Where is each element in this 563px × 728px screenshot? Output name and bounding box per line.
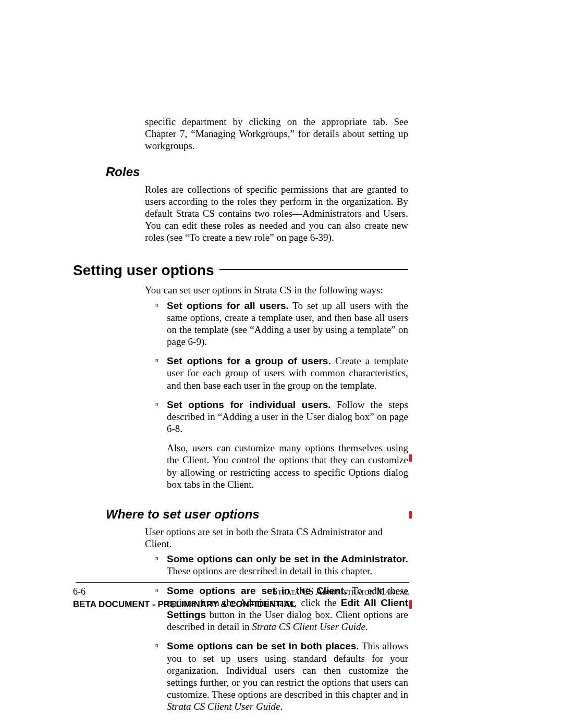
change-bar — [409, 454, 412, 462]
heading-label: Setting user options — [73, 262, 219, 279]
bullet-bold: Set options for all users. — [167, 300, 289, 311]
list-item: Set options for individual users. Follow… — [145, 399, 408, 435]
content-area: specific department by clicking on the a… — [70, 116, 408, 720]
heading-where-to-set: Where to set user options — [106, 507, 408, 522]
footer-rule — [76, 582, 409, 583]
continuation-paragraph: specific department by clicking on the a… — [145, 116, 408, 152]
list-item: Set options for all users. To set up all… — [145, 300, 408, 348]
list-item: Some options can be set in both places. … — [145, 640, 408, 712]
confidential-label: BETA DOCUMENT - PRELIMINARY & CONFIDENTI… — [73, 599, 409, 610]
page-number: 6-6 — [73, 586, 85, 597]
bullet-text: These options are described in detail in… — [167, 565, 372, 576]
document-page: specific department by clicking on the a… — [70, 0, 493, 728]
bullet-bold: Some options can be set in both places. — [167, 640, 359, 651]
change-bar — [409, 600, 412, 609]
bullet-text: . — [365, 621, 368, 632]
bullet-bold: Set options for individual users. — [167, 399, 331, 410]
bullet-bold: Some options can only be set in the Admi… — [167, 553, 408, 564]
heading-roles: Roles — [106, 165, 408, 179]
change-bar — [409, 511, 412, 519]
bullet-text: . — [280, 701, 283, 712]
bullet-italic: Strata CS Client User Guide — [167, 701, 280, 712]
roles-body: Roles are collections of specific permis… — [145, 183, 408, 244]
setting-after-paragraph: Also, users can customize many options t… — [167, 442, 408, 490]
list-item: Some options can only be set in the Admi… — [145, 553, 408, 577]
footer-line-1: 6-6 Strata CS Administrator Manual — [73, 586, 409, 597]
heading-setting-user-options: Setting user options — [73, 262, 408, 279]
heading-rule — [219, 269, 408, 270]
manual-title: Strata CS Administrator Manual — [273, 586, 409, 597]
where-intro: User options are set in both the Strata … — [145, 526, 408, 550]
setting-bullet-list: Set options for all users. To set up all… — [145, 300, 408, 435]
page-footer: 6-6 Strata CS Administrator Manual BETA … — [73, 582, 409, 610]
list-item: Set options for a group of users. Create… — [145, 355, 408, 391]
bullet-bold: Set options for a group of users. — [167, 355, 331, 366]
setting-intro: You can set user options in Strata CS in… — [145, 284, 408, 296]
bullet-italic: Strata CS Client User Guide — [252, 621, 365, 632]
where-bullet-list: Some options can only be set in the Admi… — [145, 553, 408, 712]
